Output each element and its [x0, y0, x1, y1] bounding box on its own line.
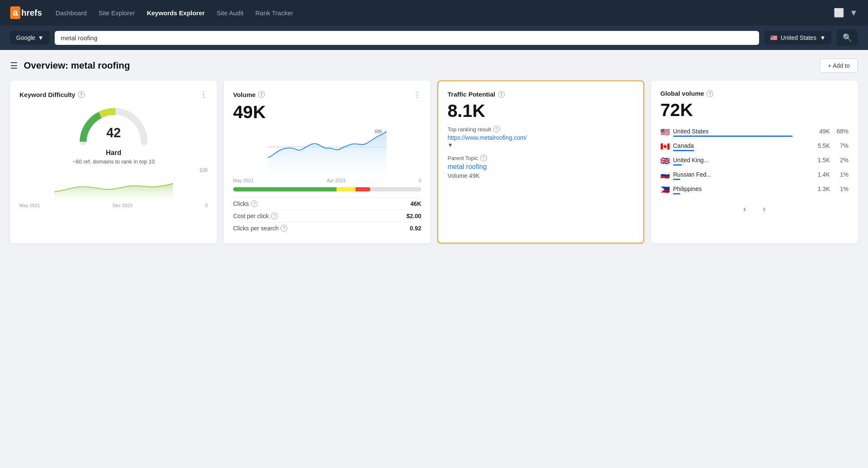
country-pct-3: 1%	[833, 171, 849, 178]
tp-card-title: Traffic Potential ?	[448, 91, 505, 98]
country-name-1: Canada	[673, 142, 810, 149]
country-info-4: Philippines 1.3K 1%	[673, 186, 849, 194]
tp-volume: Volume 49K	[448, 172, 634, 179]
volume-help-icon[interactable]: ?	[258, 91, 265, 98]
clicks-yellow-segment	[337, 187, 355, 191]
country-row: 🇨🇦 Canada 5.5K 7%	[660, 139, 849, 154]
gv-help-icon[interactable]: ?	[707, 90, 713, 97]
clicks-help-icon[interactable]: ?	[251, 200, 258, 207]
country-pct-2: 2%	[833, 157, 849, 163]
cpc-value: $2.00	[406, 213, 421, 219]
country-pct-0: 68%	[833, 128, 849, 135]
search-input[interactable]: metal roofing	[55, 31, 759, 45]
traffic-potential-card: Traffic Potential ? 8.1K Top ranking res…	[437, 80, 644, 244]
clicks-green-segment	[233, 187, 337, 191]
tp-parent-topic-link[interactable]: metal roofing	[448, 163, 487, 170]
nav-site-explorer[interactable]: Site Explorer	[99, 9, 135, 17]
nav-right: ⬜ ▼	[834, 8, 858, 18]
country-flag-4: 🇵🇭	[660, 185, 670, 194]
country-vol-3: 1.4K	[813, 171, 830, 178]
country-bar-wrap-3	[673, 179, 849, 180]
country-name-3: Russian Fed...	[673, 171, 810, 178]
cpc-help-icon[interactable]: ?	[271, 213, 278, 219]
nav-site-audit[interactable]: Site Audit	[217, 9, 243, 17]
search-bar: Google ▼ metal roofing 🇺🇸 United States …	[0, 25, 868, 50]
svg-text:68K: 68K	[375, 129, 382, 134]
tp-parent-topic-section: Parent Topic ? metal roofing Volume 49K	[448, 155, 634, 179]
tp-card-header: Traffic Potential ?	[448, 91, 634, 98]
kd-difficulty-label: Hard	[19, 149, 208, 157]
monitor-icon[interactable]: ⬜	[834, 8, 844, 18]
country-bar-4	[673, 193, 680, 194]
cps-value: 0.92	[410, 225, 421, 232]
volume-chart-svg: 68K	[233, 128, 421, 174]
cpc-label: Cost per click ?	[233, 213, 278, 219]
search-button[interactable]: 🔍	[837, 30, 858, 46]
country-list: 🇺🇸 United States 49K 68% 🇨🇦 Canada 5.5K …	[660, 125, 849, 197]
nav-links: Dashboard Site Explorer Keywords Explore…	[56, 9, 820, 17]
kd-date-range: May 2021 Dec 2023 0	[19, 203, 208, 208]
country-name-0: United States	[673, 128, 810, 135]
clicks-bar-fill	[233, 187, 421, 191]
kd-date-end: Dec 2023	[113, 203, 133, 208]
country-row: 🇺🇸 United States 49K 68%	[660, 125, 849, 139]
country-flag: 🇺🇸	[770, 34, 777, 41]
country-bar-2	[673, 164, 682, 166]
country-vol-0: 49K	[813, 128, 830, 135]
kd-gauge-svg: 42	[75, 103, 152, 146]
nav-dashboard[interactable]: Dashboard	[56, 9, 86, 17]
country-vol-1: 5.5K	[813, 142, 830, 149]
page-content: ☰ Overview: metal roofing + Add to Keywo…	[0, 50, 868, 252]
country-info-2: United King... 1.5K 2%	[673, 157, 849, 166]
nav-rank-tracker[interactable]: Rank Tracker	[256, 9, 293, 17]
country-selector[interactable]: 🇺🇸 United States ▼	[764, 31, 832, 44]
logo[interactable]: a hrefs	[10, 6, 42, 19]
country-bar-wrap-0	[673, 136, 849, 137]
country-info-3: Russian Fed... 1.4K 1%	[673, 171, 849, 180]
nav-keywords-explorer[interactable]: Keywords Explorer	[147, 9, 205, 17]
country-bar-wrap-2	[673, 164, 849, 166]
tp-help-icon[interactable]: ?	[498, 91, 505, 98]
country-bar-wrap-1	[673, 150, 849, 151]
kd-menu-icon[interactable]: ⋮	[200, 90, 208, 99]
kd-help-icon[interactable]: ?	[78, 91, 85, 98]
tp-top-result-help-icon[interactable]: ?	[493, 126, 500, 133]
cpc-metric: Cost per click ? $2.00	[233, 210, 421, 222]
tp-top-result-section: Top ranking result ? https://www.metalro…	[448, 126, 634, 149]
volume-menu-icon[interactable]: ⋮	[413, 90, 421, 99]
kd-date-start: May 2021	[19, 203, 40, 208]
engine-selector[interactable]: Google ▼	[10, 31, 50, 44]
volume-chart-zero: 0	[419, 178, 421, 183]
gv-value: 72K	[660, 100, 849, 120]
tp-value: 8.1K	[448, 101, 634, 121]
country-row: 🇬🇧 United King... 1.5K 2%	[660, 154, 849, 168]
gv-card-header: Global volume ?	[660, 90, 849, 97]
volume-card: Volume ? ⋮ 49K 68K	[224, 80, 431, 244]
add-to-button[interactable]: + Add to	[820, 58, 858, 73]
clicks-label: Clicks ?	[233, 200, 258, 207]
gv-prev-button[interactable]: ‹	[740, 203, 749, 215]
gv-pagination: ‹ ›	[660, 203, 849, 215]
country-flag-3: 🇷🇺	[660, 171, 670, 180]
gv-next-button[interactable]: ›	[760, 203, 769, 215]
svg-text:42: 42	[106, 125, 121, 140]
tp-url-dropdown-icon[interactable]: ▼	[448, 142, 453, 148]
country-vol-4: 1.3K	[813, 186, 830, 192]
engine-label: Google	[16, 34, 35, 41]
volume-card-header: Volume ? ⋮	[233, 90, 421, 99]
hamburger-menu-icon[interactable]: ☰	[10, 61, 18, 71]
country-name-2: United King...	[673, 157, 810, 163]
volume-date-end: Apr 2023	[327, 178, 346, 183]
volume-value: 49K	[233, 102, 421, 122]
page-title-row: ☰ Overview: metal roofing	[10, 60, 130, 71]
tp-parent-topic-help-icon[interactable]: ?	[480, 155, 487, 161]
cps-help-icon[interactable]: ?	[281, 225, 287, 232]
country-row: 🇷🇺 Russian Fed... 1.4K 1%	[660, 168, 849, 183]
tp-top-result-url[interactable]: https://www.metalroofing.com/	[448, 134, 634, 141]
country-flag-0: 🇺🇸	[660, 127, 670, 137]
country-bar-wrap-4	[673, 193, 849, 194]
tp-parent-topic-label: Parent Topic ?	[448, 155, 634, 161]
cps-metric: Clicks per search ? 0.92	[233, 222, 421, 234]
dropdown-arrow-icon[interactable]: ▼	[849, 8, 858, 18]
country-name-4: Philippines	[673, 186, 810, 192]
